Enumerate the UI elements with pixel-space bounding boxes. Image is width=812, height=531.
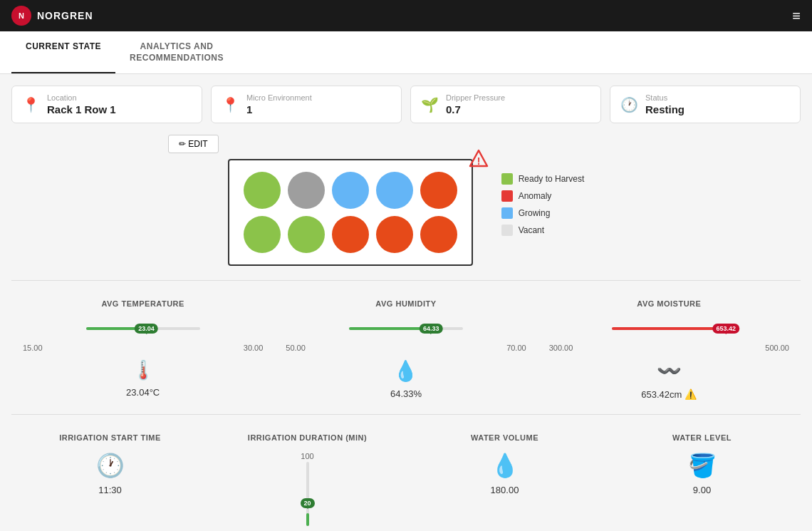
logo-text: NORGREN [37,10,93,21]
water-level-title: WATER LEVEL [615,433,789,442]
status-card: 🕐 Status Resting [610,86,801,123]
humidity-value: 64.33% [286,388,526,399]
dripper-icon: 🌱 [421,96,439,113]
temperature-min: 15.00 [23,344,43,352]
avg-temperature-block: AVG TEMPERATURE 23.04 15.00 30.00 🌡️ 23.… [11,292,274,407]
irrigation-start-value: 11:30 [23,485,197,495]
legend-item: Vacant [501,225,585,236]
tabs-bar: CURRENT STATE ANALYTICS ANDRECOMMENDATIO… [0,31,812,74]
irrigation-duration-block: IRRIGATION DURATION (MIN) 100 20 0 [209,426,406,531]
water-volume-value: 180.00 [417,485,592,495]
location-value: Rack 1 Row 1 [47,103,116,115]
metrics-row: AVG TEMPERATURE 23.04 15.00 30.00 🌡️ 23.… [11,280,801,407]
temperature-thumb: 23.04 [135,324,158,334]
legend: Ready to HarvestAnomalyGrowingVacant [501,173,585,236]
status-icon: 🕐 [620,96,638,113]
avg-humidity-block: AVG HUMIDITY 64.33 50.00 70.00 💧 64.33% [274,292,537,407]
bucket-icon: 🪣 [615,452,789,479]
temperature-value: 23.04°C [23,387,263,398]
irrigation-start-title: IRRIGATION START TIME [23,433,197,442]
humidity-min: 50.00 [286,344,306,352]
plant-cell [420,172,457,209]
thermometer-icon: 🌡️ [23,359,263,381]
dripper-card: 🌱 Dripper Pressure 0.7 [410,86,601,123]
tab-current-state[interactable]: CURRENT STATE [11,31,115,73]
header: N NORGREN ≡ [0,0,812,31]
micro-env-value: 1 [246,103,312,115]
micro-env-icon: 📍 [222,96,239,113]
plant-grid [228,159,473,266]
humidity-fill [349,327,431,330]
info-cards-row: 📍 Location Rack 1 Row 1 📍 Micro Environm… [11,86,801,123]
micro-env-card: 📍 Micro Environment 1 [211,86,402,123]
humidity-max: 70.00 [506,344,526,352]
irrigation-duration-slider[interactable]: 20 [297,462,318,526]
legend-color-swatch [501,225,513,236]
location-icon: 📍 [22,96,40,113]
humidity-thumb: 64.33 [420,324,443,334]
duration-fill [306,513,309,526]
avg-moisture-title: AVG MOISTURE [549,299,789,308]
moisture-thumb: 653.42 [713,324,740,334]
moisture-value: 653.42cm [641,389,682,400]
temperature-slider[interactable]: 23.04 [86,318,200,339]
legend-label: Vacant [519,225,544,235]
legend-item: Growing [501,207,585,219]
menu-icon[interactable]: ≡ [792,8,801,24]
irrigation-clock-icon: 🕐 [23,452,197,479]
legend-item: Ready to Harvest [501,173,585,185]
avg-temperature-title: AVG TEMPERATURE [23,299,263,308]
moisture-fill [612,327,726,330]
tab-analytics[interactable]: ANALYTICS ANDRECOMMENDATIONS [115,31,238,73]
duration-thumb: 20 [300,498,314,508]
dripper-label: Dripper Pressure [446,93,505,102]
moisture-icon: 〰️ [549,359,789,383]
plant-cell [244,172,281,209]
plant-cell [244,216,281,253]
logo-icon: N [11,6,31,26]
moisture-warning-icon: ⚠️ [685,388,697,400]
humidity-labels: 50.00 70.00 [286,344,526,352]
edit-button[interactable]: ✏ EDIT [168,135,219,153]
plant-cell [376,172,413,209]
plant-cell [332,216,369,253]
edit-button-wrap: ✏ EDIT [168,135,219,153]
avg-moisture-block: AVG MOISTURE 653.42 300.00 500.00 〰️ 653… [538,292,801,407]
legend-color-swatch [501,173,513,185]
plant-cell [420,216,457,253]
status-value: Resting [645,103,685,115]
main-content: 📍 Location Rack 1 Row 1 📍 Micro Environm… [0,74,812,531]
temperature-max: 30.00 [244,344,264,352]
legend-color-swatch [501,207,513,219]
irrigation-duration-title: IRRIGATION DURATION (MIN) [220,433,395,442]
irrigation-row: IRRIGATION START TIME 🕐 11:30 IRRIGATION… [11,414,801,531]
warning-triangle-icon: ! [469,149,489,167]
humidity-icon: 💧 [286,359,526,383]
legend-color-swatch [501,190,513,202]
irrigation-start-block: IRRIGATION START TIME 🕐 11:30 [11,426,209,531]
water-level-value: 9.00 [615,485,789,495]
svg-text:!: ! [477,155,480,167]
water-level-block: WATER LEVEL 🪣 9.00 [603,426,801,531]
temperature-labels: 15.00 30.00 [23,344,263,352]
logo-area: N NORGREN [11,6,93,26]
moisture-max: 500.00 [765,344,789,352]
status-label: Status [645,93,685,102]
humidity-slider[interactable]: 64.33 [349,318,463,339]
plant-grid-wrap: ! [228,159,473,266]
water-drop-icon: 💧 [417,452,592,479]
water-volume-title: WATER VOLUME [417,433,592,442]
micro-env-label: Micro Environment [246,93,312,102]
plant-cell [288,172,325,209]
location-label: Location [47,93,116,102]
water-volume-block: WATER VOLUME 💧 180.00 [406,426,603,531]
moisture-min: 300.00 [549,344,573,352]
plant-cell [288,216,325,253]
legend-label: Growing [519,208,551,218]
plant-cell [332,172,369,209]
irrigation-duration-max-label: 100 [220,452,395,460]
avg-humidity-title: AVG HUMIDITY [286,299,526,308]
moisture-labels: 300.00 500.00 [549,344,789,352]
moisture-slider[interactable]: 653.42 [612,318,726,339]
dripper-value: 0.7 [446,103,505,115]
